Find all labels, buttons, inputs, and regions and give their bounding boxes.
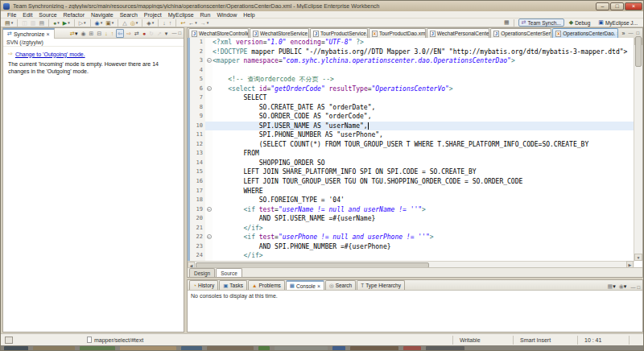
menu-window[interactable]: Window: [213, 12, 240, 18]
synchronize-button[interactable]: ⇄▾: [69, 30, 78, 37]
view-menu-button[interactable]: ▾: [164, 30, 169, 37]
menu-navigate[interactable]: Navigate: [88, 12, 117, 18]
minimize-console-button[interactable]: —: [630, 285, 636, 290]
incoming-mode-button[interactable]: ⇦: [116, 29, 124, 38]
close-icon[interactable]: ×: [617, 31, 618, 36]
taskbar-item-8[interactable]: [275, 346, 328, 351]
code-text[interactable]: SELECT: [213, 93, 634, 103]
code-text[interactable]: SO.FOREIGN_TYPE = '04': [213, 196, 634, 205]
close-icon[interactable]: ×: [317, 283, 320, 289]
code-text[interactable]: <if test="userName != null and userName …: [213, 205, 634, 215]
code-editor[interactable]: 1<?xml version="1.0" encoding="UTF-8" ?>…: [188, 38, 634, 261]
collapse-icon[interactable]: −: [207, 58, 212, 63]
code-text[interactable]: (SELECT COUNT(*) FROM TOUR_GROUP_USER T …: [213, 140, 634, 150]
collapse-icon[interactable]: −: [207, 207, 212, 212]
close-button[interactable]: ×: [625, 2, 642, 10]
scroll-down-arrow[interactable]: ▼: [634, 254, 642, 261]
code-text[interactable]: <!-- 查询ordercode 不分页 -->: [213, 75, 634, 85]
menu-file[interactable]: File: [4, 12, 19, 18]
taskbar-item-7[interactable]: [258, 346, 270, 351]
taskbar-item-5[interactable]: [181, 346, 202, 351]
menu-project[interactable]: Project: [141, 12, 165, 18]
tab-synchronize[interactable]: ⇄ Synchronize ×: [3, 28, 55, 39]
fast-view-trim-icon[interactable]: [5, 337, 13, 344]
code-text[interactable]: AND SPI.PHONE_NUMBER =#{userPhone}: [213, 242, 634, 252]
profile-button[interactable]: ▷▾: [78, 19, 87, 27]
next-annotation-button[interactable]: ↓: [162, 19, 167, 27]
debug-button[interactable]: ●▾: [52, 19, 60, 27]
menu-myeclipse[interactable]: MyEclipse: [165, 12, 197, 18]
minimize-button[interactable]: –: [596, 2, 609, 10]
fold-marker[interactable]: −: [205, 56, 213, 66]
tab-problems[interactable]: ▲Problems: [248, 280, 285, 290]
maximize-console-button[interactable]: □: [636, 285, 642, 290]
tab-console[interactable]: ▦Console×: [286, 280, 324, 290]
code-text[interactable]: [213, 66, 634, 76]
taskbar-item-1[interactable]: [4, 346, 28, 351]
pin-console-button[interactable]: ◉▾: [618, 283, 628, 290]
taskbar-item-2[interactable]: [33, 346, 75, 351]
editor-tab-wechatpersonalcenter[interactable]: JWechatPersonalCenter: [427, 28, 489, 38]
menu-edit[interactable]: Edit: [19, 12, 35, 18]
editor-tab-tourproductdaoxml[interactable]: XTourProductDao.xml: [369, 28, 426, 38]
back-button[interactable]: ←▾: [188, 19, 198, 27]
external-tools-button[interactable]: ◈▾: [146, 19, 155, 27]
outgoing-mode-button[interactable]: ⇨: [126, 30, 132, 37]
fold-marker[interactable]: −: [205, 233, 213, 242]
taskbar-item-10[interactable]: [350, 346, 398, 351]
code-text[interactable]: <!DOCTYPE mapper PUBLIC "-//mybatis.org/…: [213, 47, 634, 57]
code-text[interactable]: </if>: [213, 224, 634, 233]
open-console-button[interactable]: ▦▾: [607, 283, 617, 290]
code-text[interactable]: AND SPI.USER_NAME =#{userName}: [213, 214, 634, 224]
tab-source[interactable]: Source: [216, 268, 242, 277]
last-edit-location-button[interactable]: ↩: [180, 19, 186, 27]
previous-annotation-button[interactable]: ↑: [168, 19, 173, 27]
vertical-scroll-thumb[interactable]: [635, 36, 642, 67]
code-text[interactable]: <if test="userPhone != null and userPhon…: [213, 233, 634, 242]
code-text[interactable]: LEFT JOIN TOUR_GROUP_USER TGU ON TGU.SHO…: [213, 177, 634, 187]
code-text[interactable]: SPI.USER_NAME AS "userName",: [213, 122, 634, 131]
fold-marker[interactable]: −: [205, 205, 213, 215]
pin-button[interactable]: ◉: [80, 30, 86, 37]
collapse-all-button[interactable]: ⊟: [96, 30, 102, 37]
code-text[interactable]: SPI.PHONE_NUMBER AS "userPhone",: [213, 130, 634, 140]
code-text[interactable]: LEFT JOIN SHARE_PLATFORM_INFO SPI ON SPI…: [213, 167, 634, 177]
tab-type-hierarchy[interactable]: TType Hierarchy: [357, 280, 405, 290]
code-text[interactable]: FROM: [213, 149, 634, 159]
new-package-button[interactable]: ▣▾: [105, 19, 114, 27]
taskbar-item-4[interactable]: [120, 346, 176, 351]
minimize-view-button[interactable]: —: [171, 31, 177, 35]
menu-help[interactable]: Help: [240, 12, 258, 18]
tab-overflow-chevron[interactable]: »: [619, 31, 627, 36]
taskbar-item-12[interactable]: [426, 346, 464, 351]
taskbar-item-6[interactable]: [207, 346, 254, 351]
editor-tab-operationscenterserv[interactable]: JOperationsCenterServ: [490, 28, 551, 38]
code-text[interactable]: <select id="getOrderCode" resultType="Op…: [213, 85, 634, 94]
vertical-scrollbar[interactable]: ▲ ▼: [634, 38, 642, 261]
run-button[interactable]: ▶▾: [62, 19, 71, 27]
conflicts-mode-button[interactable]: ●: [142, 30, 147, 37]
close-icon[interactable]: ×: [46, 31, 49, 37]
title-bar[interactable]: Team Synchronizing - zgtyylw/src/main/re…: [1, 1, 644, 11]
code-text[interactable]: <?xml version="1.0" encoding="UTF-8" ?>: [213, 38, 634, 47]
menu-source[interactable]: Source: [35, 12, 60, 18]
tab-history[interactable]: ◔History: [189, 280, 218, 290]
editor-tab-wechatstorecontrolle[interactable]: JWechatStoreControlle: [188, 28, 249, 38]
menu-run[interactable]: Run: [197, 12, 214, 18]
expand-all-button[interactable]: ⊞: [89, 30, 95, 37]
perspective-team-synch---[interactable]: ⇄Team Synch...: [518, 19, 564, 27]
code-text[interactable]: SO.ORDER_CODE AS "orderCode",: [213, 112, 634, 122]
taskbar-item-3[interactable]: [80, 346, 115, 351]
editor-tab-wechatstoreservicej[interactable]: JWechatStoreService.j: [250, 28, 309, 38]
previous-change-button[interactable]: ↑: [110, 30, 115, 37]
next-change-button[interactable]: ↓: [104, 30, 109, 37]
editor-tab-operationscenterdao[interactable]: XOperationsCenterDao.×: [552, 28, 618, 38]
code-text[interactable]: SHOPPING_ORDER SO: [213, 159, 634, 168]
minimize-editor-button[interactable]: —: [627, 31, 634, 35]
maximize-button[interactable]: □: [610, 2, 624, 10]
code-text[interactable]: </if>: [213, 251, 634, 261]
search-button[interactable]: ◎▾: [130, 19, 139, 27]
open-perspective-icon[interactable]: ▦: [504, 19, 510, 26]
new-java-class-button[interactable]: ◉▾: [94, 19, 104, 27]
tab-design[interactable]: Design: [189, 268, 215, 277]
